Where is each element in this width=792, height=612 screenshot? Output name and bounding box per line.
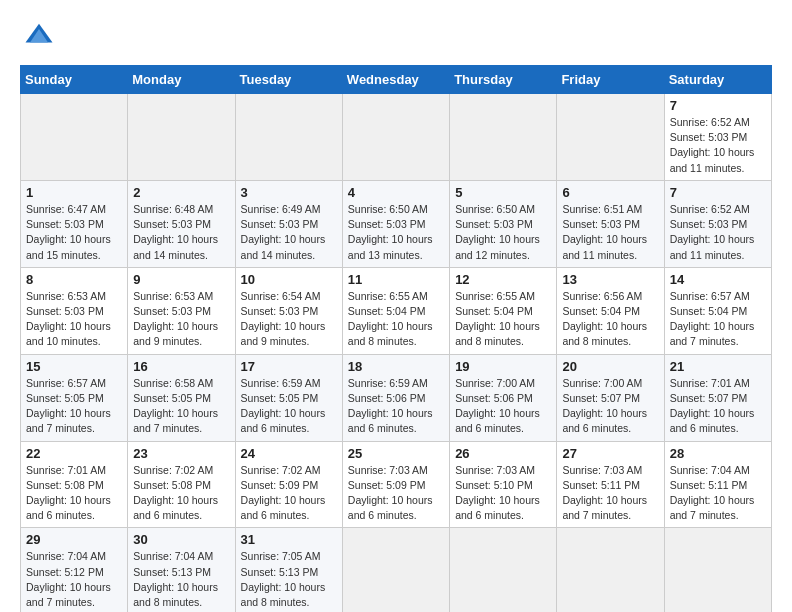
day-info: Sunrise: 6:57 AMSunset: 5:05 PMDaylight:… [26, 376, 122, 437]
day-number: 9 [133, 272, 229, 287]
calendar-cell: 15Sunrise: 6:57 AMSunset: 5:05 PMDayligh… [21, 354, 128, 441]
day-number: 17 [241, 359, 337, 374]
calendar-cell: 3Sunrise: 6:49 AMSunset: 5:03 PMDaylight… [235, 180, 342, 267]
calendar-cell: 16Sunrise: 6:58 AMSunset: 5:05 PMDayligh… [128, 354, 235, 441]
calendar-week-row: 7Sunrise: 6:52 AMSunset: 5:03 PMDaylight… [21, 94, 772, 181]
calendar-table: SundayMondayTuesdayWednesdayThursdayFrid… [20, 65, 772, 612]
calendar-cell: 21Sunrise: 7:01 AMSunset: 5:07 PMDayligh… [664, 354, 771, 441]
day-info: Sunrise: 6:53 AMSunset: 5:03 PMDaylight:… [133, 289, 229, 350]
calendar-cell [450, 528, 557, 612]
day-number: 4 [348, 185, 444, 200]
day-info: Sunrise: 6:58 AMSunset: 5:05 PMDaylight:… [133, 376, 229, 437]
day-info: Sunrise: 6:48 AMSunset: 5:03 PMDaylight:… [133, 202, 229, 263]
day-header: Wednesday [342, 66, 449, 94]
calendar-cell [342, 528, 449, 612]
day-info: Sunrise: 7:01 AMSunset: 5:08 PMDaylight:… [26, 463, 122, 524]
day-info: Sunrise: 6:51 AMSunset: 5:03 PMDaylight:… [562, 202, 658, 263]
day-info: Sunrise: 7:03 AMSunset: 5:10 PMDaylight:… [455, 463, 551, 524]
calendar-cell: 30Sunrise: 7:04 AMSunset: 5:13 PMDayligh… [128, 528, 235, 612]
calendar-body: 7Sunrise: 6:52 AMSunset: 5:03 PMDaylight… [21, 94, 772, 613]
day-info: Sunrise: 7:03 AMSunset: 5:11 PMDaylight:… [562, 463, 658, 524]
day-info: Sunrise: 6:54 AMSunset: 5:03 PMDaylight:… [241, 289, 337, 350]
calendar-cell: 27Sunrise: 7:03 AMSunset: 5:11 PMDayligh… [557, 441, 664, 528]
calendar-cell: 1Sunrise: 6:47 AMSunset: 5:03 PMDaylight… [21, 180, 128, 267]
day-number: 29 [26, 532, 122, 547]
calendar-cell: 23Sunrise: 7:02 AMSunset: 5:08 PMDayligh… [128, 441, 235, 528]
day-info: Sunrise: 6:57 AMSunset: 5:04 PMDaylight:… [670, 289, 766, 350]
day-number: 20 [562, 359, 658, 374]
day-number: 19 [455, 359, 551, 374]
day-number: 12 [455, 272, 551, 287]
day-info: Sunrise: 7:04 AMSunset: 5:13 PMDaylight:… [133, 549, 229, 610]
calendar-week-row: 8Sunrise: 6:53 AMSunset: 5:03 PMDaylight… [21, 267, 772, 354]
calendar-cell [128, 94, 235, 181]
day-header: Tuesday [235, 66, 342, 94]
day-number: 7 [670, 185, 766, 200]
day-header: Monday [128, 66, 235, 94]
day-info: Sunrise: 7:01 AMSunset: 5:07 PMDaylight:… [670, 376, 766, 437]
day-info: Sunrise: 6:47 AMSunset: 5:03 PMDaylight:… [26, 202, 122, 263]
day-number: 16 [133, 359, 229, 374]
day-number: 26 [455, 446, 551, 461]
day-number: 30 [133, 532, 229, 547]
calendar-cell [557, 528, 664, 612]
calendar-cell: 28Sunrise: 7:04 AMSunset: 5:11 PMDayligh… [664, 441, 771, 528]
calendar-cell: 17Sunrise: 6:59 AMSunset: 5:05 PMDayligh… [235, 354, 342, 441]
calendar-cell: 10Sunrise: 6:54 AMSunset: 5:03 PMDayligh… [235, 267, 342, 354]
calendar-week-row: 29Sunrise: 7:04 AMSunset: 5:12 PMDayligh… [21, 528, 772, 612]
day-number: 11 [348, 272, 444, 287]
calendar-cell: 14Sunrise: 6:57 AMSunset: 5:04 PMDayligh… [664, 267, 771, 354]
calendar-cell: 5Sunrise: 6:50 AMSunset: 5:03 PMDaylight… [450, 180, 557, 267]
day-number: 3 [241, 185, 337, 200]
day-number: 18 [348, 359, 444, 374]
day-number: 2 [133, 185, 229, 200]
calendar-cell: 4Sunrise: 6:50 AMSunset: 5:03 PMDaylight… [342, 180, 449, 267]
calendar-cell: 2Sunrise: 6:48 AMSunset: 5:03 PMDaylight… [128, 180, 235, 267]
day-number: 1 [26, 185, 122, 200]
calendar-cell: 7Sunrise: 6:52 AMSunset: 5:03 PMDaylight… [664, 180, 771, 267]
day-info: Sunrise: 7:00 AMSunset: 5:07 PMDaylight:… [562, 376, 658, 437]
day-info: Sunrise: 6:59 AMSunset: 5:06 PMDaylight:… [348, 376, 444, 437]
calendar-cell: 8Sunrise: 6:53 AMSunset: 5:03 PMDaylight… [21, 267, 128, 354]
calendar-header-row: SundayMondayTuesdayWednesdayThursdayFrid… [21, 66, 772, 94]
page-header [20, 20, 772, 50]
calendar-cell: 20Sunrise: 7:00 AMSunset: 5:07 PMDayligh… [557, 354, 664, 441]
calendar-cell: 26Sunrise: 7:03 AMSunset: 5:10 PMDayligh… [450, 441, 557, 528]
calendar-cell [342, 94, 449, 181]
day-number: 13 [562, 272, 658, 287]
calendar-week-row: 15Sunrise: 6:57 AMSunset: 5:05 PMDayligh… [21, 354, 772, 441]
day-number: 10 [241, 272, 337, 287]
day-number: 22 [26, 446, 122, 461]
calendar-cell: 22Sunrise: 7:01 AMSunset: 5:08 PMDayligh… [21, 441, 128, 528]
day-number: 27 [562, 446, 658, 461]
day-number: 14 [670, 272, 766, 287]
day-number: 15 [26, 359, 122, 374]
calendar-cell: 25Sunrise: 7:03 AMSunset: 5:09 PMDayligh… [342, 441, 449, 528]
day-number: 25 [348, 446, 444, 461]
day-info: Sunrise: 6:50 AMSunset: 5:03 PMDaylight:… [348, 202, 444, 263]
calendar-cell [557, 94, 664, 181]
day-number: 23 [133, 446, 229, 461]
day-number: 7 [670, 98, 766, 113]
day-number: 31 [241, 532, 337, 547]
day-info: Sunrise: 6:52 AMSunset: 5:03 PMDaylight:… [670, 202, 766, 263]
calendar-cell: 6Sunrise: 6:51 AMSunset: 5:03 PMDaylight… [557, 180, 664, 267]
calendar-cell: 29Sunrise: 7:04 AMSunset: 5:12 PMDayligh… [21, 528, 128, 612]
day-info: Sunrise: 7:05 AMSunset: 5:13 PMDaylight:… [241, 549, 337, 610]
day-info: Sunrise: 7:02 AMSunset: 5:09 PMDaylight:… [241, 463, 337, 524]
day-header: Friday [557, 66, 664, 94]
day-number: 24 [241, 446, 337, 461]
calendar-cell: 31Sunrise: 7:05 AMSunset: 5:13 PMDayligh… [235, 528, 342, 612]
day-header: Thursday [450, 66, 557, 94]
calendar-cell: 19Sunrise: 7:00 AMSunset: 5:06 PMDayligh… [450, 354, 557, 441]
day-info: Sunrise: 7:03 AMSunset: 5:09 PMDaylight:… [348, 463, 444, 524]
day-number: 21 [670, 359, 766, 374]
day-info: Sunrise: 7:02 AMSunset: 5:08 PMDaylight:… [133, 463, 229, 524]
calendar-week-row: 22Sunrise: 7:01 AMSunset: 5:08 PMDayligh… [21, 441, 772, 528]
day-number: 5 [455, 185, 551, 200]
day-info: Sunrise: 6:49 AMSunset: 5:03 PMDaylight:… [241, 202, 337, 263]
day-info: Sunrise: 6:55 AMSunset: 5:04 PMDaylight:… [348, 289, 444, 350]
calendar-week-row: 1Sunrise: 6:47 AMSunset: 5:03 PMDaylight… [21, 180, 772, 267]
day-header: Saturday [664, 66, 771, 94]
calendar-cell: 18Sunrise: 6:59 AMSunset: 5:06 PMDayligh… [342, 354, 449, 441]
